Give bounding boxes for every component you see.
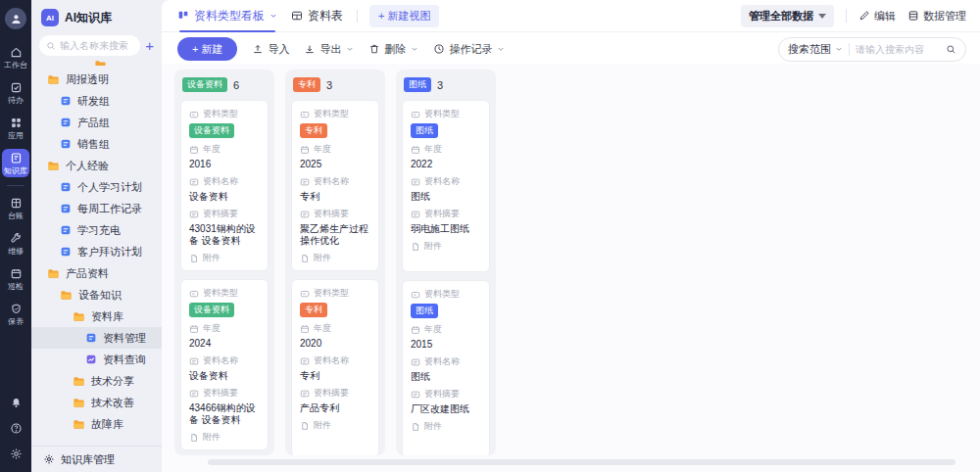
export-icon — [304, 43, 316, 55]
record-card[interactable]: 资料类型 图纸 年度 2015 资料名称 图纸 资料摘要 厂区改建图纸 附件 — [402, 280, 490, 455]
sidebar-search-row: + — [31, 31, 162, 58]
type-badge: 专利 — [300, 123, 327, 138]
column-badge: 图纸 — [404, 77, 431, 92]
tree-item-rd-group[interactable]: 研发组 — [31, 90, 162, 112]
person-icon — [10, 13, 23, 25]
tree-item-device-knowledge[interactable]: 设备知识 — [31, 284, 162, 306]
text-field-icon — [411, 357, 420, 367]
nav-rail: 工作台 待办 应用 知识库 台账 维修 巡检 保养 — [0, 0, 31, 472]
gear-icon[interactable] — [10, 448, 23, 460]
user-avatar[interactable] — [5, 8, 26, 29]
kanban-board: 设备资料 6 资料类型 设备资料 年度 2016 资料名称 设备资料 资料摘要 … — [162, 64, 980, 472]
tree-item-product-material[interactable]: 产品资料 — [31, 262, 162, 284]
record-card[interactable]: 资料类型 专利 年度 2025 资料名称 专利 资料摘要 聚乙烯生产过程操作优化… — [291, 100, 379, 271]
tree-item-learning[interactable]: 学习充电 — [31, 219, 162, 241]
add-node-button[interactable]: + — [145, 38, 154, 53]
chevron-down-icon — [835, 45, 843, 53]
caret-down-icon — [818, 14, 826, 19]
text-field-icon — [300, 177, 310, 187]
apps-icon — [10, 117, 23, 129]
doc-icon — [85, 332, 97, 344]
column-header[interactable]: 设备资料 6 — [180, 75, 269, 100]
sidebar-search[interactable] — [39, 35, 140, 56]
column-equipment: 设备资料 6 资料类型 设备资料 年度 2016 资料名称 设备资料 资料摘要 … — [174, 70, 274, 455]
rail-divider — [7, 185, 24, 186]
rail-item-apps[interactable]: 应用 — [2, 114, 29, 142]
todo-icon — [10, 81, 23, 94]
manage-scope-button[interactable]: 管理全部数据 — [741, 5, 834, 27]
tree-item-material-library[interactable]: 资料库 — [31, 306, 162, 327]
new-record-button[interactable]: + 新建 — [177, 37, 237, 61]
tree-item-tech-share[interactable]: 技术分享 — [31, 370, 162, 392]
field-value-year: 2020 — [300, 338, 370, 350]
tree-item-product-group[interactable]: 产品组 — [31, 112, 162, 133]
tree-item-customer-visit[interactable]: 客户拜访计划 — [31, 241, 162, 262]
attachment-icon — [300, 254, 310, 263]
calendar-icon — [189, 324, 199, 334]
field-value-name: 专利 — [300, 191, 370, 203]
chevron-down-icon — [346, 45, 354, 53]
delete-button[interactable]: 删除 — [368, 42, 418, 57]
data-manage-button[interactable]: 数据管理 — [907, 9, 966, 24]
rail-item-maintenance[interactable]: 保养 — [2, 300, 29, 328]
column-header[interactable]: 专利 3 — [291, 75, 379, 100]
tree-item-weekly-record[interactable]: 每周工作记录 — [31, 198, 162, 219]
app-title: AI知识库 — [65, 10, 112, 26]
tree-item-weekly-report[interactable]: 周报透明 — [31, 69, 162, 90]
field-label-summary: 资料摘要 — [300, 208, 370, 220]
tree-item-sales-group[interactable]: 销售组 — [31, 133, 162, 155]
text-field-icon — [300, 356, 310, 366]
tree-item-fault-library[interactable]: 故障库 — [31, 413, 162, 435]
calendar-icon — [300, 145, 310, 155]
rail-item-repair[interactable]: 维修 — [2, 229, 29, 258]
tab-separator — [357, 10, 358, 23]
chart-icon — [85, 354, 97, 365]
tree-item-material-query[interactable]: 资料查询 — [31, 349, 162, 370]
sidebar-search-input[interactable] — [60, 40, 128, 51]
field-label-type: 资料类型 — [189, 108, 260, 120]
column-header[interactable]: 图纸 3 — [402, 75, 490, 100]
record-card[interactable]: 资料类型 专利 年度 2020 资料名称 专利 资料摘要 产品专利 附件 — [291, 279, 379, 455]
text-field-icon — [411, 390, 420, 400]
field-label-name: 资料名称 — [411, 355, 481, 368]
board-search-input[interactable] — [856, 44, 940, 55]
maintenance-icon — [10, 303, 23, 315]
record-card[interactable]: 资料类型 设备资料 年度 2024 资料名称 设备资料 资料摘要 43466钢构… — [180, 279, 269, 450]
import-button[interactable]: 导入 — [252, 42, 289, 57]
field-label-attachment: 附件 — [300, 252, 370, 264]
help-icon[interactable] — [10, 422, 23, 435]
tree-item-study-plan[interactable]: 个人学习计划 — [31, 176, 162, 198]
rail-item-inspection[interactable]: 巡检 — [2, 264, 29, 293]
tree-item-tech-improve[interactable]: 技术改善 — [31, 392, 162, 413]
field-value-name: 专利 — [300, 370, 370, 382]
type-icon — [411, 110, 420, 119]
doc-icon — [60, 246, 72, 258]
field-label-year: 年度 — [411, 143, 481, 156]
type-badge: 设备资料 — [189, 303, 234, 317]
tree-item-material-manage[interactable]: 资料管理 — [31, 327, 162, 349]
bell-icon[interactable] — [10, 397, 23, 409]
record-card[interactable]: 资料类型 图纸 年度 2022 资料名称 图纸 资料摘要 弱电施工图纸 附件 — [402, 100, 490, 272]
tree-item-personal-exp[interactable]: 个人经验 — [31, 155, 162, 176]
record-card[interactable]: 资料类型 设备资料 年度 2016 资料名称 设备资料 资料摘要 43031钢构… — [180, 100, 269, 271]
chevron-down-icon — [411, 45, 418, 53]
export-button[interactable]: 导出 — [304, 42, 354, 57]
rail-item-ledger[interactable]: 台账 — [2, 194, 29, 222]
search-icon[interactable] — [946, 44, 956, 55]
edit-button[interactable]: 编辑 — [858, 9, 896, 24]
tab-kanban[interactable]: 资料类型看板 — [177, 0, 277, 32]
kb-manage-button[interactable]: 知识库管理 — [31, 446, 162, 472]
kanban-icon — [177, 10, 189, 22]
rail-item-todo[interactable]: 待办 — [2, 78, 29, 107]
rail-item-workbench[interactable]: 工作台 — [2, 43, 29, 71]
history-button[interactable]: 操作记录 — [433, 42, 505, 57]
search-scope-select[interactable]: 搜索范围 — [788, 42, 843, 57]
tab-table[interactable]: 资料表 — [291, 0, 343, 32]
horizontal-scrollbar[interactable] — [208, 459, 956, 465]
import-icon — [252, 43, 264, 55]
new-view-button[interactable]: + 新建视图 — [369, 5, 439, 27]
field-value-name: 图纸 — [411, 371, 481, 383]
rail-item-knowledge[interactable]: 知识库 — [2, 149, 29, 177]
type-badge: 设备资料 — [189, 123, 234, 138]
database-icon — [907, 10, 919, 22]
